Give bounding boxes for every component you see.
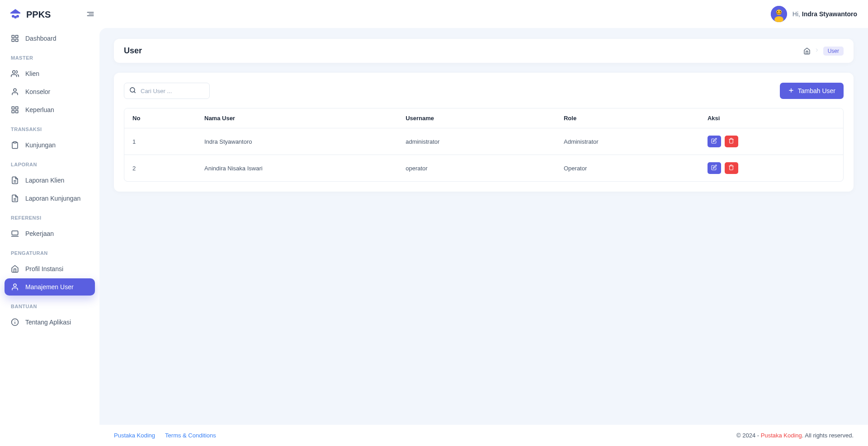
laptop-icon bbox=[11, 230, 19, 238]
svg-rect-3 bbox=[12, 35, 14, 38]
breadcrumb: User bbox=[803, 47, 844, 56]
sidebar-item-label: Profil Instansi bbox=[25, 265, 63, 272]
sidebar-item-klien[interactable]: Klien bbox=[5, 65, 95, 82]
search-input[interactable] bbox=[124, 83, 210, 99]
cell-role: Operator bbox=[556, 155, 699, 181]
sidebar-item-konselor[interactable]: Konselor bbox=[5, 83, 95, 100]
page-header: User User bbox=[114, 39, 854, 63]
search-icon bbox=[129, 87, 136, 95]
col-role: Role bbox=[556, 108, 699, 128]
footer-copyright-link[interactable]: Pustaka Koding bbox=[761, 432, 802, 439]
svg-rect-12 bbox=[12, 111, 14, 113]
nav-section-title: LAPORAN bbox=[5, 155, 95, 171]
nav-section-title: MASTER bbox=[5, 48, 95, 64]
trash-icon bbox=[728, 164, 734, 172]
cell-aksi bbox=[699, 128, 843, 155]
users-icon bbox=[11, 70, 19, 78]
col-nama: Nama User bbox=[196, 108, 397, 128]
sidebar-item-manajemen-user[interactable]: Manajemen User bbox=[5, 278, 95, 296]
cell-no: 1 bbox=[124, 128, 196, 155]
topbar: Hi, Indra Styawantoro bbox=[99, 0, 868, 28]
cell-nama: Indra Styawantoro bbox=[196, 128, 397, 155]
grid-icon bbox=[11, 106, 19, 114]
sidebar-item-label: Klien bbox=[25, 70, 39, 77]
svg-rect-11 bbox=[16, 111, 18, 113]
nav-section-title: PENGATURAN bbox=[5, 243, 95, 259]
sidebar-item-label: Laporan Klien bbox=[25, 177, 64, 184]
svg-point-28 bbox=[776, 9, 782, 15]
file-icon bbox=[11, 176, 19, 184]
edit-icon bbox=[711, 138, 717, 145]
cell-aksi bbox=[699, 155, 843, 181]
footer-copyright: © 2024 - Pustaka Koding. All rights rese… bbox=[736, 432, 854, 439]
col-no: No bbox=[124, 108, 196, 128]
table-row: 1Indra StyawantoroadministratorAdministr… bbox=[124, 128, 843, 155]
svg-point-20 bbox=[14, 284, 16, 286]
svg-point-8 bbox=[14, 89, 16, 91]
nav-section-title: TRANSAKSI bbox=[5, 119, 95, 136]
svg-rect-5 bbox=[16, 39, 18, 42]
info-icon bbox=[11, 318, 19, 326]
nav-section-title: REFERENSI bbox=[5, 208, 95, 224]
svg-rect-10 bbox=[16, 107, 18, 109]
col-aksi: Aksi bbox=[699, 108, 843, 128]
sidebar-item-label: Keperluan bbox=[25, 106, 54, 113]
sidebar-item-dashboard[interactable]: Dashboard bbox=[5, 30, 95, 47]
sidebar-item-kunjungan[interactable]: Kunjungan bbox=[5, 136, 95, 154]
avatar bbox=[771, 6, 787, 22]
svg-point-7 bbox=[13, 70, 15, 73]
nav-section-title: BANTUAN bbox=[5, 296, 95, 313]
chevron-right-icon bbox=[814, 47, 820, 54]
svg-point-30 bbox=[777, 11, 778, 12]
sidebar-item-profil-instansi[interactable]: Profil Instansi bbox=[5, 260, 95, 277]
svg-line-33 bbox=[134, 91, 135, 93]
delete-button[interactable] bbox=[725, 136, 738, 147]
breadcrumb-home[interactable] bbox=[803, 47, 811, 55]
dashboard-icon bbox=[11, 34, 19, 42]
sidebar-item-label: Kunjungan bbox=[25, 141, 56, 149]
svg-rect-6 bbox=[12, 39, 14, 42]
delete-button[interactable] bbox=[725, 162, 738, 174]
file-icon bbox=[11, 194, 19, 202]
edit-button[interactable] bbox=[708, 136, 721, 147]
user-greeting: Hi, Indra Styawantoro bbox=[793, 10, 857, 18]
home-icon bbox=[11, 265, 19, 273]
add-user-button[interactable]: Tambah User bbox=[780, 83, 844, 99]
sidebar-item-laporan-kunjungan[interactable]: Laporan Kunjungan bbox=[5, 190, 95, 207]
edit-button[interactable] bbox=[708, 162, 721, 174]
footer: Pustaka Koding Terms & Conditions © 2024… bbox=[99, 425, 868, 446]
cell-username: operator bbox=[397, 155, 556, 181]
col-username: Username bbox=[397, 108, 556, 128]
sidebar-item-pekerjaan[interactable]: Pekerjaan bbox=[5, 225, 95, 242]
svg-rect-13 bbox=[14, 142, 16, 143]
cell-username: administrator bbox=[397, 128, 556, 155]
logo-icon bbox=[9, 8, 22, 21]
sidebar-item-keperluan[interactable]: Keperluan bbox=[5, 101, 95, 118]
user-menu[interactable]: Hi, Indra Styawantoro bbox=[771, 6, 857, 22]
brand-name: PPKS bbox=[26, 9, 51, 20]
user-card: Tambah User No Nama User Username Role A… bbox=[114, 73, 854, 192]
sidebar-toggle[interactable] bbox=[81, 5, 99, 23]
svg-rect-4 bbox=[16, 35, 18, 38]
user-icon bbox=[11, 88, 19, 96]
sidebar-item-tentang-aplikasi[interactable]: Tentang Aplikasi bbox=[5, 314, 95, 331]
cell-no: 2 bbox=[124, 155, 196, 181]
table-row: 2Anindira Nisaka IswarioperatorOperator bbox=[124, 155, 843, 181]
sidebar-item-label: Laporan Kunjungan bbox=[25, 195, 80, 202]
clipboard-icon bbox=[11, 141, 19, 149]
plus-icon bbox=[788, 87, 794, 95]
sidebar-item-laporan-klien[interactable]: Laporan Klien bbox=[5, 172, 95, 189]
sidebar-item-label: Manajemen User bbox=[25, 283, 74, 291]
sidebar-item-label: Konselor bbox=[25, 88, 50, 95]
sidebar-item-label: Pekerjaan bbox=[25, 230, 54, 237]
cell-nama: Anindira Nisaka Iswari bbox=[196, 155, 397, 181]
cell-role: Administrator bbox=[556, 128, 699, 155]
footer-link-tc[interactable]: Terms & Conditions bbox=[165, 432, 216, 439]
svg-rect-9 bbox=[12, 107, 14, 109]
page-title: User bbox=[124, 46, 142, 56]
footer-link-pk[interactable]: Pustaka Koding bbox=[114, 432, 155, 439]
sidebar-item-label: Tentang Aplikasi bbox=[25, 319, 71, 326]
edit-icon bbox=[711, 164, 717, 172]
user-icon bbox=[11, 283, 19, 291]
svg-point-31 bbox=[780, 11, 781, 12]
